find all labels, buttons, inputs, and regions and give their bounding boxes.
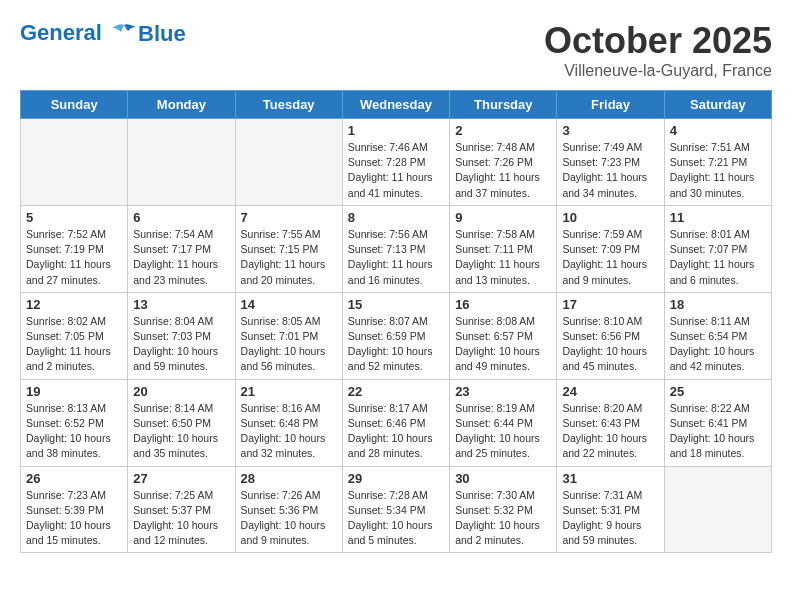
weekday-header-row: SundayMondayTuesdayWednesdayThursdayFrid…	[21, 91, 772, 119]
day-number: 29	[348, 471, 444, 486]
weekday-header-monday: Monday	[128, 91, 235, 119]
calendar-cell: 5Sunrise: 7:52 AMSunset: 7:19 PMDaylight…	[21, 205, 128, 292]
day-number: 9	[455, 210, 551, 225]
location-text: Villeneuve-la-Guyard, France	[544, 62, 772, 80]
day-info: Sunrise: 8:20 AMSunset: 6:43 PMDaylight:…	[562, 401, 658, 462]
calendar-cell: 16Sunrise: 8:08 AMSunset: 6:57 PMDayligh…	[450, 292, 557, 379]
day-info: Sunrise: 8:17 AMSunset: 6:46 PMDaylight:…	[348, 401, 444, 462]
weekday-header-friday: Friday	[557, 91, 664, 119]
weekday-header-tuesday: Tuesday	[235, 91, 342, 119]
day-number: 2	[455, 123, 551, 138]
day-info: Sunrise: 7:28 AMSunset: 5:34 PMDaylight:…	[348, 488, 444, 549]
calendar-cell: 25Sunrise: 8:22 AMSunset: 6:41 PMDayligh…	[664, 379, 771, 466]
day-info: Sunrise: 7:26 AMSunset: 5:36 PMDaylight:…	[241, 488, 337, 549]
day-info: Sunrise: 8:16 AMSunset: 6:48 PMDaylight:…	[241, 401, 337, 462]
day-number: 8	[348, 210, 444, 225]
calendar-cell: 10Sunrise: 7:59 AMSunset: 7:09 PMDayligh…	[557, 205, 664, 292]
calendar-cell	[664, 466, 771, 553]
day-info: Sunrise: 7:25 AMSunset: 5:37 PMDaylight:…	[133, 488, 229, 549]
day-info: Sunrise: 8:05 AMSunset: 7:01 PMDaylight:…	[241, 314, 337, 375]
month-title: October 2025	[544, 20, 772, 62]
calendar-cell	[128, 119, 235, 206]
calendar-cell: 13Sunrise: 8:04 AMSunset: 7:03 PMDayligh…	[128, 292, 235, 379]
day-number: 31	[562, 471, 658, 486]
day-info: Sunrise: 8:14 AMSunset: 6:50 PMDaylight:…	[133, 401, 229, 462]
calendar-cell: 4Sunrise: 7:51 AMSunset: 7:21 PMDaylight…	[664, 119, 771, 206]
calendar-cell: 19Sunrise: 8:13 AMSunset: 6:52 PMDayligh…	[21, 379, 128, 466]
calendar-cell: 3Sunrise: 7:49 AMSunset: 7:23 PMDaylight…	[557, 119, 664, 206]
day-info: Sunrise: 7:59 AMSunset: 7:09 PMDaylight:…	[562, 227, 658, 288]
day-number: 11	[670, 210, 766, 225]
calendar-week-row: 26Sunrise: 7:23 AMSunset: 5:39 PMDayligh…	[21, 466, 772, 553]
calendar-table: SundayMondayTuesdayWednesdayThursdayFrid…	[20, 90, 772, 553]
day-info: Sunrise: 8:02 AMSunset: 7:05 PMDaylight:…	[26, 314, 122, 375]
day-number: 30	[455, 471, 551, 486]
weekday-header-thursday: Thursday	[450, 91, 557, 119]
day-number: 7	[241, 210, 337, 225]
calendar-cell: 8Sunrise: 7:56 AMSunset: 7:13 PMDaylight…	[342, 205, 449, 292]
calendar-cell: 11Sunrise: 8:01 AMSunset: 7:07 PMDayligh…	[664, 205, 771, 292]
day-info: Sunrise: 7:55 AMSunset: 7:15 PMDaylight:…	[241, 227, 337, 288]
calendar-cell: 30Sunrise: 7:30 AMSunset: 5:32 PMDayligh…	[450, 466, 557, 553]
weekday-header-wednesday: Wednesday	[342, 91, 449, 119]
calendar-cell: 24Sunrise: 8:20 AMSunset: 6:43 PMDayligh…	[557, 379, 664, 466]
day-info: Sunrise: 8:04 AMSunset: 7:03 PMDaylight:…	[133, 314, 229, 375]
calendar-cell: 17Sunrise: 8:10 AMSunset: 6:56 PMDayligh…	[557, 292, 664, 379]
day-info: Sunrise: 8:22 AMSunset: 6:41 PMDaylight:…	[670, 401, 766, 462]
day-info: Sunrise: 8:19 AMSunset: 6:44 PMDaylight:…	[455, 401, 551, 462]
day-number: 13	[133, 297, 229, 312]
day-info: Sunrise: 7:56 AMSunset: 7:13 PMDaylight:…	[348, 227, 444, 288]
day-number: 26	[26, 471, 122, 486]
day-info: Sunrise: 7:31 AMSunset: 5:31 PMDaylight:…	[562, 488, 658, 549]
day-number: 4	[670, 123, 766, 138]
day-number: 23	[455, 384, 551, 399]
weekday-header-saturday: Saturday	[664, 91, 771, 119]
day-number: 21	[241, 384, 337, 399]
day-info: Sunrise: 8:07 AMSunset: 6:59 PMDaylight:…	[348, 314, 444, 375]
day-info: Sunrise: 7:51 AMSunset: 7:21 PMDaylight:…	[670, 140, 766, 201]
calendar-cell: 7Sunrise: 7:55 AMSunset: 7:15 PMDaylight…	[235, 205, 342, 292]
day-info: Sunrise: 8:11 AMSunset: 6:54 PMDaylight:…	[670, 314, 766, 375]
day-info: Sunrise: 7:46 AMSunset: 7:28 PMDaylight:…	[348, 140, 444, 201]
calendar-cell: 27Sunrise: 7:25 AMSunset: 5:37 PMDayligh…	[128, 466, 235, 553]
day-info: Sunrise: 8:10 AMSunset: 6:56 PMDaylight:…	[562, 314, 658, 375]
day-number: 18	[670, 297, 766, 312]
day-number: 16	[455, 297, 551, 312]
day-number: 27	[133, 471, 229, 486]
calendar-cell: 23Sunrise: 8:19 AMSunset: 6:44 PMDayligh…	[450, 379, 557, 466]
day-number: 6	[133, 210, 229, 225]
logo-text-blue: Blue	[138, 22, 186, 46]
calendar-cell: 31Sunrise: 7:31 AMSunset: 5:31 PMDayligh…	[557, 466, 664, 553]
day-number: 25	[670, 384, 766, 399]
weekday-header-sunday: Sunday	[21, 91, 128, 119]
calendar-cell: 26Sunrise: 7:23 AMSunset: 5:39 PMDayligh…	[21, 466, 128, 553]
calendar-week-row: 19Sunrise: 8:13 AMSunset: 6:52 PMDayligh…	[21, 379, 772, 466]
day-number: 28	[241, 471, 337, 486]
day-number: 14	[241, 297, 337, 312]
calendar-cell	[21, 119, 128, 206]
calendar-cell: 18Sunrise: 8:11 AMSunset: 6:54 PMDayligh…	[664, 292, 771, 379]
day-number: 19	[26, 384, 122, 399]
calendar-cell: 15Sunrise: 8:07 AMSunset: 6:59 PMDayligh…	[342, 292, 449, 379]
day-info: Sunrise: 8:13 AMSunset: 6:52 PMDaylight:…	[26, 401, 122, 462]
calendar-week-row: 5Sunrise: 7:52 AMSunset: 7:19 PMDaylight…	[21, 205, 772, 292]
day-number: 10	[562, 210, 658, 225]
calendar-cell: 21Sunrise: 8:16 AMSunset: 6:48 PMDayligh…	[235, 379, 342, 466]
calendar-cell: 12Sunrise: 8:02 AMSunset: 7:05 PMDayligh…	[21, 292, 128, 379]
day-number: 12	[26, 297, 122, 312]
day-info: Sunrise: 7:30 AMSunset: 5:32 PMDaylight:…	[455, 488, 551, 549]
day-number: 22	[348, 384, 444, 399]
calendar-cell	[235, 119, 342, 206]
day-number: 17	[562, 297, 658, 312]
day-number: 5	[26, 210, 122, 225]
logo-text-general: General	[20, 20, 102, 45]
calendar-cell: 1Sunrise: 7:46 AMSunset: 7:28 PMDaylight…	[342, 119, 449, 206]
calendar-cell: 22Sunrise: 8:17 AMSunset: 6:46 PMDayligh…	[342, 379, 449, 466]
logo: General Blue	[20, 20, 186, 46]
day-info: Sunrise: 7:48 AMSunset: 7:26 PMDaylight:…	[455, 140, 551, 201]
day-number: 3	[562, 123, 658, 138]
calendar-cell: 29Sunrise: 7:28 AMSunset: 5:34 PMDayligh…	[342, 466, 449, 553]
title-block: October 2025 Villeneuve-la-Guyard, Franc…	[544, 20, 772, 80]
logo-bird-icon	[110, 23, 138, 45]
calendar-cell: 2Sunrise: 7:48 AMSunset: 7:26 PMDaylight…	[450, 119, 557, 206]
